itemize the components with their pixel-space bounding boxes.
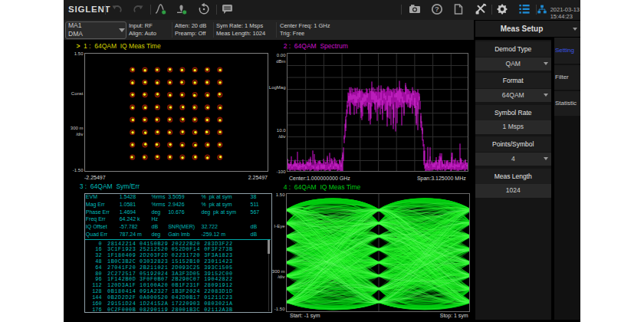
svg-text:?: ? [435,5,439,13]
